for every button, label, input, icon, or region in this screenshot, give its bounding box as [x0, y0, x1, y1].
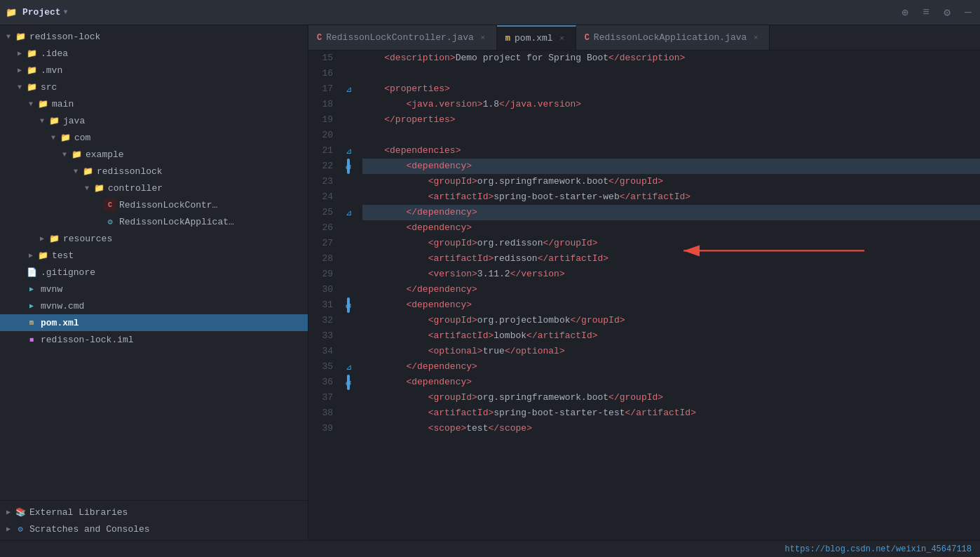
tree-item-.gitignore[interactable]: 📄.gitignore: [0, 264, 308, 281]
code-line: </dependency>: [362, 359, 980, 375]
gutter-mark: ⊿: [340, 359, 357, 375]
tree-item-main[interactable]: 📁main: [0, 95, 308, 112]
file-icon-git: 📄: [25, 266, 38, 278]
tab-label: pom.xml: [515, 33, 553, 43]
tree-item-resources[interactable]: 📁resources: [0, 230, 308, 247]
gutter-mark: [340, 267, 357, 282]
tree-item-label: main: [52, 99, 74, 109]
tree-item-com[interactable]: 📁com: [0, 129, 308, 146]
tree-item-label: src: [41, 82, 57, 93]
gutter-mark: [340, 282, 357, 297]
gutter-mark: [340, 189, 357, 205]
file-icon-folder: 📁: [25, 81, 38, 93]
code-line: <artifactId>spring-boot-starter-web</art…: [362, 189, 980, 205]
line-number: 32: [308, 313, 333, 328]
bottom-url: https://blog.csdn.net/weixin_45647118: [785, 544, 972, 554]
line-number: 25: [308, 205, 333, 220]
code-line: <dependencies>: [362, 143, 980, 159]
line-number: 20: [308, 128, 333, 143]
sidebar-bottom-icon: ⚙: [14, 523, 27, 535]
line-number: 35: [308, 359, 333, 375]
file-icon-folder: 📁: [59, 131, 72, 144]
sidebar-bottom-item-Scratches-and-Consoles[interactable]: ⚙Scratches and Consoles: [0, 521, 308, 537]
line-number: 15: [308, 51, 333, 66]
tree-item-src[interactable]: 📁src: [0, 79, 308, 95]
line-number: 39: [308, 421, 333, 436]
tree-item-redisson-lock[interactable]: 📁redisson-lock: [0, 28, 308, 45]
tree-item-label: redisson-lock: [29, 32, 100, 42]
tree-item-mvnw[interactable]: ▶mvnw: [0, 281, 308, 297]
tree-item-controller[interactable]: 📁controller: [0, 180, 308, 196]
gutter-mark: [340, 97, 357, 112]
line-number: 37: [308, 390, 333, 405]
code-editor[interactable]: 1516171819202122232425262728293031323334…: [308, 51, 980, 540]
line-number: 33: [308, 328, 333, 344]
settings-icon[interactable]: ⚙: [941, 6, 953, 19]
code-line: <groupId>org.projectlombok</groupId>: [362, 313, 980, 328]
tree-item-label: mvnw: [41, 284, 62, 295]
tree-item-redissonlock[interactable]: 📁redissonlock: [0, 163, 308, 180]
tab-RedissonLockController.java[interactable]: CRedissonLockController.java×: [308, 25, 497, 50]
line-numbers: 1516171819202122232425262728293031323334…: [308, 51, 340, 540]
tree-item-label: com: [74, 133, 90, 143]
minimize-icon[interactable]: —: [962, 6, 974, 19]
tree-item-label: redisson-lock.iml: [41, 335, 134, 345]
tree-arrow-icon: [36, 117, 48, 125]
file-icon-folder: 📁: [48, 232, 60, 245]
tree-arrow-icon: [3, 525, 14, 533]
tree-arrow-icon: [81, 184, 93, 192]
line-number: 31: [308, 297, 333, 313]
tab-close-button[interactable]: ×: [557, 34, 567, 43]
tab-pom.xml[interactable]: mpom.xml×: [497, 25, 576, 50]
line-number: 22: [308, 159, 333, 174]
tree-item-label: .mvn: [41, 65, 62, 76]
tab-icon-java: C: [317, 33, 322, 43]
gutter-mark: [340, 344, 357, 359]
project-title: 📁 Project ▼: [6, 7, 68, 18]
file-icon-java-app: ⚙: [104, 215, 116, 228]
tree-item-label: .idea: [41, 48, 68, 59]
bottom-bar: https://blog.csdn.net/weixin_45647118: [0, 540, 980, 557]
gutter-mark: ⊿: [340, 205, 357, 220]
line-number: 17: [308, 81, 333, 97]
file-icon-iml: ◼: [25, 333, 38, 346]
tree-item-.mvn[interactable]: 📁.mvn: [0, 62, 308, 79]
tree-item-label: .gitignore: [41, 267, 95, 278]
tab-RedissonLockApplication.java[interactable]: CRedissonLockApplication.java×: [576, 25, 770, 50]
tab-label: RedissonLockApplication.java: [594, 32, 747, 43]
tree-item-example[interactable]: 📁example: [0, 146, 308, 163]
code-line: <dependency>: [362, 159, 980, 174]
tree-item-mvnw.cmd[interactable]: ▶mvnw.cmd: [0, 297, 308, 314]
line-number: 34: [308, 344, 333, 359]
tree-item-.idea[interactable]: 📁.idea: [0, 45, 308, 62]
gutter-mark: [340, 51, 357, 66]
file-icon-folder: 📁: [36, 98, 49, 110]
code-content[interactable]: <description>Demo project for Spring Boo…: [357, 51, 980, 540]
file-icon-folder: 📁: [81, 165, 94, 177]
project-label: Project: [22, 7, 61, 18]
code-line: </properties>: [362, 112, 980, 128]
tab-close-button[interactable]: ×: [751, 33, 761, 43]
gutter-mark: [340, 112, 357, 128]
tree-item-redisson-lock.iml[interactable]: ◼redisson-lock.iml: [0, 331, 308, 348]
gutter-mark: ⊿: [340, 143, 357, 159]
gutter-mark: [340, 128, 357, 143]
tree-item-label: test: [52, 250, 74, 261]
gutter-mark: ↺: [347, 159, 350, 174]
tree-arrow-icon: [3, 33, 14, 41]
tree-item-RedissonLockApplicat…[interactable]: ⚙RedissonLockApplicat…: [0, 213, 308, 230]
tree-item-test[interactable]: 📁test: [0, 247, 308, 264]
code-line: <description>Demo project for Spring Boo…: [362, 51, 980, 66]
tab-close-button[interactable]: ×: [478, 33, 488, 43]
add-icon[interactable]: ⊕: [899, 6, 911, 19]
chevron-down-icon[interactable]: ▼: [64, 8, 68, 16]
gutter-mark: [340, 174, 357, 189]
tree-arrow-icon: [14, 49, 25, 58]
code-line: </dependency>: [362, 205, 980, 220]
tree-item-RedissonLockContr…[interactable]: CRedissonLockContr…: [0, 196, 308, 213]
tree-item-java[interactable]: 📁java: [0, 112, 308, 129]
structure-icon[interactable]: ≡: [920, 6, 932, 19]
tree-arrow-icon: [25, 251, 36, 260]
tree-item-pom.xml[interactable]: mpom.xml: [0, 314, 308, 331]
sidebar-bottom-item-External-Libraries[interactable]: 📚External Libraries: [0, 504, 308, 521]
